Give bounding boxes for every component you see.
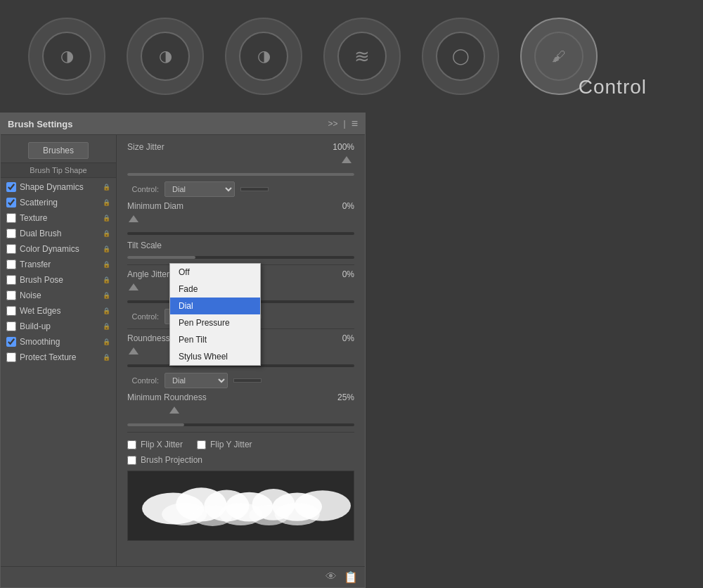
sidebar-checkbox-8[interactable] bbox=[6, 306, 16, 316]
sidebar-checkbox-4[interactable] bbox=[6, 244, 16, 254]
size-jitter-slider-row bbox=[127, 158, 354, 176]
menu-icon[interactable]: ≡ bbox=[352, 117, 358, 130]
min-diameter-slider-row bbox=[127, 217, 354, 235]
brush-preset-5[interactable]: ◯ bbox=[422, 18, 499, 95]
min-diameter-track bbox=[127, 232, 354, 235]
dropdown-item-pen-tilt[interactable]: Pen Tilt bbox=[170, 331, 260, 348]
sidebar-item-wet-edges[interactable]: Wet Edges🔒 bbox=[1, 303, 116, 319]
control-select-1[interactable]: Dial bbox=[165, 181, 235, 197]
flip-y-row: Flip Y Jitter bbox=[197, 440, 252, 449]
dropdown-item-stylus-wheel[interactable]: Stylus Wheel bbox=[170, 348, 260, 365]
sidebar-items-list: Shape Dynamics🔒Scattering🔒Texture🔒Dual B… bbox=[1, 179, 116, 365]
flip-y-checkbox[interactable] bbox=[197, 440, 206, 449]
roundness-jitter-triangle bbox=[129, 347, 138, 354]
sidebar-item-smoothing[interactable]: Smoothing🔒 bbox=[1, 334, 116, 350]
top-toolbar: ◑ ◑ ◑ ≋ ◯ 🖌 Control bbox=[0, 0, 703, 113]
min-roundness-fill bbox=[127, 423, 184, 426]
flip-x-checkbox[interactable] bbox=[127, 440, 136, 449]
brush-preset-3[interactable]: ◑ bbox=[225, 18, 302, 95]
panel-header: Brush Settings >> | ≡ bbox=[1, 113, 365, 135]
sidebar-item-transfer[interactable]: Transfer🔒 bbox=[1, 257, 116, 272]
preset-icon-4: ≋ bbox=[354, 46, 370, 68]
sidebar-label-4: Color Dynamics bbox=[20, 244, 99, 254]
lock-icon-8: 🔒 bbox=[103, 307, 110, 314]
sidebar-checkbox-7[interactable] bbox=[6, 290, 16, 300]
lock-icon-10: 🔒 bbox=[103, 338, 110, 345]
tilt-scale-row: Tilt Scale bbox=[127, 241, 354, 250]
control-row-3: Control: Dial bbox=[127, 373, 354, 388]
sidebar-label-6: Brush Pose bbox=[20, 275, 99, 285]
sidebar-checkbox-6[interactable] bbox=[6, 275, 16, 285]
size-jitter-triangle bbox=[342, 156, 352, 163]
size-jitter-row: Size Jitter 100% bbox=[127, 142, 354, 152]
dropdown-item-dial[interactable]: Dial bbox=[170, 298, 260, 314]
sidebar-item-noise[interactable]: Noise🔒 bbox=[1, 288, 116, 303]
sidebar-checkbox-9[interactable] bbox=[6, 321, 16, 331]
sidebar-item-brush-pose[interactable]: Brush Pose🔒 bbox=[1, 272, 116, 288]
panel-sidebar: Brushes Brush Tip Shape Shape Dynamics🔒S… bbox=[1, 135, 117, 566]
expand-icon[interactable]: >> bbox=[328, 119, 338, 129]
lock-icon-3: 🔒 bbox=[103, 230, 110, 237]
preset-icon-5: ◯ bbox=[452, 47, 470, 65]
min-diameter-label: Minimum Diam bbox=[127, 201, 183, 211]
sidebar-checkbox-11[interactable] bbox=[6, 352, 16, 362]
preset-icon-3: ◑ bbox=[257, 47, 271, 65]
panel-content-area: Size Jitter 100% Control: Dial bbox=[117, 135, 365, 566]
lock-icon-5: 🔒 bbox=[103, 261, 110, 268]
control-row-label-2: Control: bbox=[127, 312, 159, 321]
min-roundness-track bbox=[127, 423, 354, 426]
brush-settings-panel: Brush Settings >> | ≡ Brushes Brush Tip … bbox=[0, 113, 366, 588]
sidebar-checkbox-10[interactable] bbox=[6, 337, 16, 347]
lock-icon-2: 🔒 bbox=[103, 215, 110, 222]
sidebar-label-8: Wet Edges bbox=[20, 306, 99, 316]
sidebar-item-protect-texture[interactable]: Protect Texture🔒 bbox=[1, 350, 116, 365]
eye-icon[interactable]: 👁 bbox=[325, 570, 337, 584]
tilt-scale-slider-row bbox=[127, 256, 354, 259]
sidebar-label-7: Noise bbox=[20, 290, 99, 300]
divider-3 bbox=[127, 432, 354, 433]
lock-icon-6: 🔒 bbox=[103, 276, 110, 283]
min-diameter-triangle bbox=[129, 215, 138, 222]
dropdown-item-fade[interactable]: Fade bbox=[170, 281, 260, 298]
sidebar-label-3: Dual Brush bbox=[20, 229, 99, 238]
brushes-button[interactable]: Brushes bbox=[28, 142, 89, 159]
sidebar-checkbox-5[interactable] bbox=[6, 260, 16, 269]
angle-jitter-label: Angle Jitter bbox=[127, 269, 169, 279]
sidebar-checkbox-0[interactable] bbox=[6, 182, 16, 192]
control-select-3[interactable]: Dial bbox=[165, 373, 228, 388]
lock-icon-11: 🔒 bbox=[103, 354, 110, 361]
sidebar-label-5: Transfer bbox=[20, 260, 99, 269]
divider: | bbox=[344, 119, 346, 129]
sidebar-item-color-dynamics[interactable]: Color Dynamics🔒 bbox=[1, 241, 116, 257]
brush-preset-2[interactable]: ◑ bbox=[127, 18, 204, 95]
sidebar-item-shape-dynamics[interactable]: Shape Dynamics🔒 bbox=[1, 179, 116, 195]
brush-preset-1[interactable]: ◑ bbox=[28, 18, 105, 95]
brush-tip-shape-label[interactable]: Brush Tip Shape bbox=[1, 162, 116, 178]
control-dropdown-overlay: Off Fade Dial Pen Pressure Pen Tilt Styl… bbox=[169, 263, 261, 366]
control-row-label-1: Control: bbox=[127, 185, 159, 193]
sidebar-checkbox-2[interactable] bbox=[6, 213, 16, 223]
sidebar-checkbox-3[interactable] bbox=[6, 229, 16, 238]
brush-projection-row: Brush Projection bbox=[127, 455, 354, 465]
size-jitter-fill bbox=[127, 173, 354, 176]
control-input-3 bbox=[233, 378, 262, 383]
dropdown-item-pen-pressure[interactable]: Pen Pressure bbox=[170, 314, 260, 331]
sidebar-item-build-up[interactable]: Build-up🔒 bbox=[1, 319, 116, 334]
brushes-btn-container: Brushes bbox=[6, 142, 110, 159]
dropdown-item-off[interactable]: Off bbox=[170, 264, 260, 281]
min-roundness-row: Minimum Roundness 25% bbox=[127, 392, 354, 402]
preset-icon-6: 🖌 bbox=[552, 49, 566, 65]
sidebar-item-dual-brush[interactable]: Dual Brush🔒 bbox=[1, 226, 116, 241]
sidebar-item-scattering[interactable]: Scattering🔒 bbox=[1, 195, 116, 210]
sidebar-item-texture[interactable]: Texture🔒 bbox=[1, 210, 116, 226]
flip-checkboxes-row: Flip X Jitter Flip Y Jitter bbox=[127, 437, 354, 452]
brush-preset-4[interactable]: ≋ bbox=[323, 18, 401, 95]
angle-jitter-triangle bbox=[129, 283, 138, 290]
size-jitter-label: Size Jitter bbox=[127, 142, 165, 152]
brush-projection-checkbox[interactable] bbox=[127, 456, 136, 465]
panel-title: Brush Settings bbox=[8, 119, 72, 129]
copy-icon[interactable]: 📋 bbox=[344, 570, 358, 584]
lock-icon-9: 🔒 bbox=[103, 323, 110, 330]
roundness-jitter-value: 0% bbox=[342, 333, 354, 343]
sidebar-checkbox-1[interactable] bbox=[6, 198, 16, 207]
